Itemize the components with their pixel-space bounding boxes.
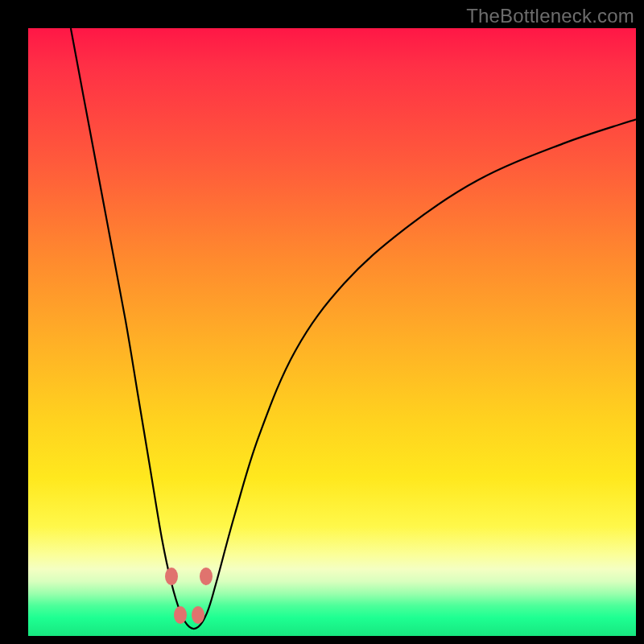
bottleneck-curve [71,28,636,629]
curve-layer [28,28,636,636]
chart-frame: TheBottleneck.com [0,0,644,644]
curve-marker [192,606,204,624]
curve-marker [174,606,187,624]
plot-area [28,28,636,636]
curve-marker [165,568,178,585]
watermark-label: TheBottleneck.com [466,5,634,27]
curve-marker [200,568,213,585]
